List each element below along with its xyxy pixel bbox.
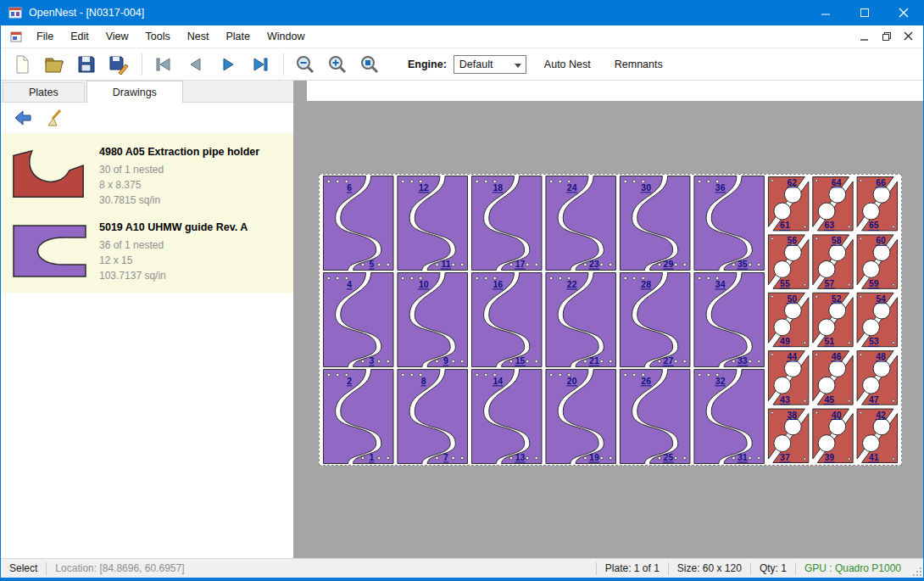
menu-edit[interactable]: Edit bbox=[62, 25, 97, 47]
mdi-minimize-button[interactable] bbox=[857, 30, 872, 43]
part-label: 40 bbox=[832, 411, 842, 420]
part-hole bbox=[848, 283, 850, 286]
nav-next-icon[interactable] bbox=[215, 52, 241, 77]
engine-select[interactable]: Default bbox=[454, 55, 526, 74]
part-hole bbox=[559, 180, 562, 183]
part-label: 23 bbox=[589, 260, 599, 269]
engine-label: Engine: bbox=[408, 59, 447, 70]
part-hole bbox=[674, 263, 677, 266]
part-label: 58 bbox=[832, 236, 842, 245]
drawings-toolbar bbox=[1, 103, 293, 133]
part-hole bbox=[600, 360, 604, 363]
part-cutout bbox=[818, 203, 835, 220]
part-hole bbox=[600, 456, 604, 460]
app-icon bbox=[8, 6, 22, 20]
part-cutout bbox=[818, 435, 835, 452]
zoom-out-icon[interactable] bbox=[292, 52, 318, 77]
part-hole bbox=[658, 263, 661, 266]
menu-file[interactable]: File bbox=[28, 25, 62, 47]
part-hole bbox=[387, 456, 390, 460]
menu-plate[interactable]: Plate bbox=[217, 25, 259, 47]
part-hole bbox=[584, 263, 587, 266]
back-arrow-icon[interactable] bbox=[11, 106, 35, 130]
part-hole bbox=[377, 456, 381, 460]
part-label: 57 bbox=[824, 279, 834, 288]
menu-nest[interactable]: Nest bbox=[179, 25, 218, 47]
nest-plate-svg[interactable]: 6512111817242330293635431091615222128273… bbox=[320, 175, 901, 465]
status-right: Plate: 1 of 1 Size: 60 x 120 Qty: 1 GPU … bbox=[596, 559, 923, 578]
resize-grip[interactable] bbox=[910, 559, 923, 578]
part-label: 13 bbox=[515, 453, 526, 462]
new-file-icon[interactable] bbox=[9, 52, 35, 77]
part-label: 32 bbox=[715, 377, 726, 386]
part-cutout bbox=[863, 319, 880, 336]
part-hole bbox=[535, 360, 538, 363]
save-icon[interactable] bbox=[74, 52, 99, 77]
part-label: 56 bbox=[787, 236, 797, 245]
part-label: 54 bbox=[876, 294, 886, 304]
part-hole bbox=[509, 263, 513, 266]
drawing-item[interactable]: 5019 A10 UHMW guide Rev. A 36 of 1 neste… bbox=[1, 212, 293, 288]
part-hole bbox=[860, 354, 862, 356]
tab-drawings[interactable]: Drawings bbox=[86, 81, 183, 103]
toolbar-separator bbox=[283, 53, 284, 75]
minimize-button[interactable] bbox=[806, 0, 845, 25]
clean-broom-icon[interactable] bbox=[45, 106, 69, 130]
part-hole bbox=[549, 277, 553, 280]
part-cutout bbox=[784, 302, 801, 319]
part-hole bbox=[698, 180, 701, 183]
part-label: 27 bbox=[664, 356, 674, 366]
menu-tools[interactable]: Tools bbox=[137, 25, 179, 47]
status-location: Location: [84.8696, 60.6957] bbox=[47, 562, 192, 574]
tab-plates[interactable]: Plates bbox=[3, 82, 85, 102]
part-hole bbox=[535, 263, 538, 266]
part-hole bbox=[509, 360, 513, 363]
part-hole bbox=[771, 354, 773, 356]
part-cutout bbox=[784, 418, 801, 435]
nav-prev-icon[interactable] bbox=[183, 52, 209, 77]
mdi-close-button[interactable] bbox=[901, 30, 916, 43]
part-hole bbox=[410, 180, 414, 183]
remnants-button[interactable]: Remnants bbox=[609, 59, 669, 70]
part-hole bbox=[771, 411, 773, 414]
toolbar-separator bbox=[142, 53, 142, 75]
drawing-item[interactable]: 4980 A05 Extraction pipe holder 30 of 1 … bbox=[1, 137, 293, 212]
part-hole bbox=[609, 456, 612, 460]
nav-first-icon[interactable] bbox=[151, 52, 176, 77]
part-hole bbox=[658, 360, 661, 363]
mdi-restore-button[interactable] bbox=[879, 30, 894, 43]
menu-window[interactable]: Window bbox=[259, 25, 313, 47]
part-hole bbox=[436, 360, 439, 363]
part-label: 51 bbox=[824, 337, 834, 346]
part-hole bbox=[804, 283, 806, 286]
part-hole bbox=[893, 283, 895, 286]
close-button[interactable] bbox=[884, 0, 923, 25]
plate[interactable]: 6512111817242330293635431091615222128273… bbox=[319, 174, 902, 466]
menu-view[interactable]: View bbox=[97, 25, 137, 47]
nest-canvas[interactable]: 6512111817242330293635431091615222128273… bbox=[293, 81, 923, 558]
part-label: 20 bbox=[567, 377, 577, 386]
part-hole bbox=[683, 456, 687, 460]
part-cutout bbox=[863, 377, 880, 394]
zoom-fit-icon[interactable] bbox=[357, 52, 382, 77]
part-hole bbox=[476, 180, 479, 183]
part-cutout bbox=[829, 418, 846, 435]
zoom-in-icon[interactable] bbox=[325, 52, 350, 77]
part-label: 5 bbox=[370, 260, 375, 269]
nav-last-icon[interactable] bbox=[248, 52, 273, 77]
part-label: 36 bbox=[715, 183, 726, 193]
part-label: 28 bbox=[641, 280, 651, 289]
part-label: 46 bbox=[832, 352, 842, 361]
maximize-button[interactable] bbox=[845, 0, 884, 25]
part-label: 59 bbox=[869, 279, 879, 288]
auto-nest-button[interactable]: Auto Nest bbox=[538, 59, 597, 70]
part-label: 37 bbox=[780, 453, 790, 462]
part-label: 10 bbox=[419, 280, 429, 289]
chevron-down-icon bbox=[515, 64, 521, 68]
part-hole bbox=[749, 263, 752, 266]
open-folder-icon[interactable] bbox=[42, 52, 67, 77]
document-icon[interactable] bbox=[9, 30, 23, 43]
part-cutout bbox=[873, 360, 890, 377]
save-as-icon[interactable] bbox=[106, 52, 131, 77]
part-hole bbox=[732, 456, 736, 460]
